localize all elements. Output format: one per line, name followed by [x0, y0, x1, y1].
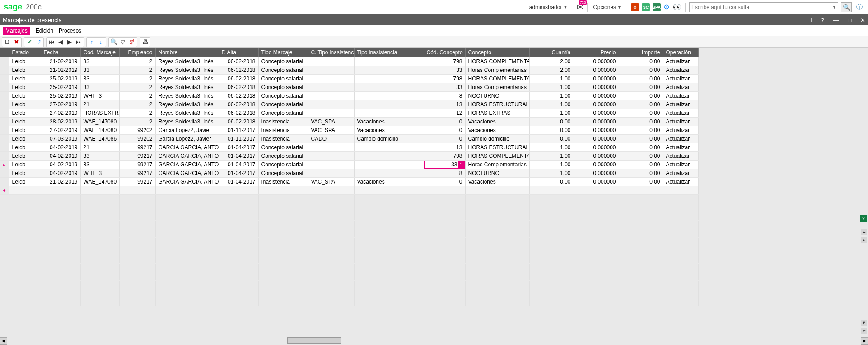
cell-cod-concepto[interactable]: 0 — [424, 135, 465, 143]
cell-c-tipo-inasistencia[interactable] — [308, 109, 354, 118]
empty-cell[interactable] — [465, 186, 529, 195]
cell-c-tipo-inasistencia[interactable] — [308, 92, 354, 100]
cell-tipo-inasistencia[interactable]: Cambio domicilio — [354, 135, 424, 143]
cell-importe[interactable]: 0,00 — [619, 118, 663, 126]
cell-cod-concepto[interactable]: 0 — [424, 118, 465, 126]
cell-cuantia[interactable]: 1,00 — [529, 83, 574, 92]
cell-fecha[interactable]: 25-02-2019 — [41, 75, 80, 83]
cell-f-alta[interactable]: 01-11-2017 — [219, 126, 258, 135]
cell-cod-marcaje[interactable]: WAE_147080 — [80, 178, 119, 186]
cell-c-tipo-inasistencia[interactable] — [308, 161, 354, 169]
cell-cod-marcaje[interactable]: HORAS EXTRAS — [80, 109, 119, 118]
col-nombre[interactable]: Nombre — [155, 48, 219, 57]
search-input[interactable] — [690, 4, 831, 10]
empty-cell[interactable] — [41, 186, 80, 195]
row-header[interactable] — [0, 143, 9, 152]
cell-nombre[interactable]: Reyes Soldevila3, Inés — [155, 118, 219, 126]
col-cod-marcaje[interactable]: Cód. Marcaje — [80, 48, 119, 57]
cell-tipo-marcaje[interactable]: Concepto salarial — [258, 152, 308, 161]
delete-button[interactable]: ✖ — [12, 38, 21, 47]
cell-operacion[interactable]: Actualizar — [663, 126, 698, 135]
cell-concepto[interactable]: HORAS COMPLEMENTARIAS — [465, 57, 529, 66]
user-menu[interactable]: administrador▼ — [527, 3, 569, 11]
search-dropdown[interactable]: ▼ — [831, 5, 838, 9]
last-button[interactable]: ⏭ — [74, 38, 83, 47]
cell-cuantia[interactable]: 1,00 — [529, 109, 574, 118]
col-f-alta[interactable]: F. Alta — [219, 48, 258, 57]
cell-precio[interactable]: 0,000000 — [574, 135, 619, 143]
row-header[interactable]: ▸ — [0, 161, 9, 169]
cell-tipo-marcaje[interactable]: Concepto salarial — [258, 169, 308, 178]
col-tipo-marcaje[interactable]: Tipo Marcaje — [258, 48, 308, 57]
cell-importe[interactable]: 0,00 — [619, 126, 663, 135]
cell-nombre[interactable]: Reyes Soldevila3, Inés — [155, 100, 219, 109]
cell-tipo-inasistencia[interactable] — [354, 92, 424, 100]
cell-c-tipo-inasistencia[interactable]: CADO — [308, 135, 354, 143]
empty-cell[interactable] — [9, 186, 41, 195]
cell-concepto[interactable]: Vacaciones — [465, 118, 529, 126]
cell-tipo-inasistencia[interactable] — [354, 143, 424, 152]
cell-c-tipo-inasistencia[interactable] — [308, 75, 354, 83]
table-row[interactable]: Leído25-02-2019332Reyes Soldevila3, Inés… — [0, 75, 698, 83]
cell-f-alta[interactable]: 06-02-2018 — [219, 66, 258, 75]
col-concepto[interactable]: Concepto — [465, 48, 529, 57]
cell-tipo-inasistencia[interactable]: Vacaciones — [354, 126, 424, 135]
scroll-up-button[interactable]: ▲ — [861, 237, 867, 243]
cell-concepto[interactable]: Vacaciones — [465, 126, 529, 135]
cell-operacion[interactable]: Actualizar — [663, 169, 698, 178]
pin-button[interactable]: ⊣ — [803, 17, 812, 24]
row-header[interactable] — [0, 83, 9, 92]
cell-cod-concepto[interactable]: 798 — [424, 152, 465, 161]
cell-concepto[interactable]: NOCTURNO — [465, 169, 529, 178]
cell-importe[interactable]: 0,00 — [619, 143, 663, 152]
cell-cuantia[interactable]: 1,00 — [529, 161, 574, 169]
cell-fecha[interactable]: 27-02-2019 — [41, 109, 80, 118]
cell-tipo-marcaje[interactable]: Concepto salarial — [258, 66, 308, 75]
row-header[interactable] — [0, 109, 9, 118]
undo-button[interactable]: ↺ — [34, 38, 43, 47]
search-button[interactable]: 🔍 — [841, 2, 852, 12]
cell-cod-marcaje[interactable]: WAE_147080 — [80, 126, 119, 135]
empty-cell[interactable] — [80, 186, 119, 195]
cell-cod-marcaje[interactable]: WAE_147080 — [80, 118, 119, 126]
row-header[interactable] — [0, 92, 9, 100]
cell-tipo-marcaje[interactable]: Inasistencia — [258, 126, 308, 135]
cell-cod-concepto[interactable]: 13 — [424, 143, 465, 152]
col-cuantia[interactable]: Cuantía — [529, 48, 574, 57]
cell-importe[interactable]: 0,00 — [619, 169, 663, 178]
table-row[interactable]: Leído07-03-2019WAE_14708699202Garcia Lop… — [0, 135, 698, 143]
cell-cod-marcaje[interactable]: 33 — [80, 152, 119, 161]
cell-precio[interactable]: 0,000000 — [574, 161, 619, 169]
cell-concepto[interactable]: HORAS ESTRUCTURALES — [465, 143, 529, 152]
cell-cod-concepto[interactable]: 0 — [424, 126, 465, 135]
cell-precio[interactable]: 0,000000 — [574, 152, 619, 161]
cell-f-alta[interactable]: 01-04-2017 — [219, 152, 258, 161]
options-menu[interactable]: Opciones▼ — [591, 3, 623, 11]
row-header[interactable] — [0, 178, 9, 186]
cell-cod-concepto[interactable]: 33 — [424, 83, 465, 92]
clear-filter-button[interactable]: ▽̸ — [127, 38, 136, 47]
empty-cell[interactable] — [529, 186, 574, 195]
move-down-button[interactable]: ↓ — [96, 38, 105, 47]
find-button[interactable]: 🔍 — [109, 38, 118, 47]
cell-importe[interactable]: 0,00 — [619, 100, 663, 109]
table-row[interactable]: Leído04-02-20192199217GARCIA GARCIA, ANT… — [0, 143, 698, 152]
cell-estado[interactable]: Leído — [9, 161, 41, 169]
cell-importe[interactable]: 0,00 — [619, 83, 663, 92]
cell-importe[interactable]: 0,00 — [619, 57, 663, 66]
cell-estado[interactable]: Leído — [9, 83, 41, 92]
cell-c-tipo-inasistencia[interactable]: VAC_SPA — [308, 118, 354, 126]
cell-cuantia[interactable]: 1,00 — [529, 92, 574, 100]
cell-fecha[interactable]: 04-02-2019 — [41, 161, 80, 169]
cell-estado[interactable]: Leído — [9, 169, 41, 178]
cell-fecha[interactable]: 25-02-2019 — [41, 92, 80, 100]
cell-operacion[interactable]: Actualizar — [663, 161, 698, 169]
cell-c-tipo-inasistencia[interactable] — [308, 100, 354, 109]
cell-importe[interactable]: 0,00 — [619, 109, 663, 118]
cell-importe[interactable]: 0,00 — [619, 92, 663, 100]
cell-empleado[interactable]: 99217 — [119, 178, 155, 186]
table-row[interactable]: Leído04-02-2019WHT_399217GARCIA GARCIA, … — [0, 169, 698, 178]
cell-cod-marcaje[interactable]: 33 — [80, 83, 119, 92]
cell-cod-concepto[interactable]: 798 — [424, 75, 465, 83]
table-row[interactable]: Leído27-02-2019WAE_14708099202Garcia Lop… — [0, 126, 698, 135]
